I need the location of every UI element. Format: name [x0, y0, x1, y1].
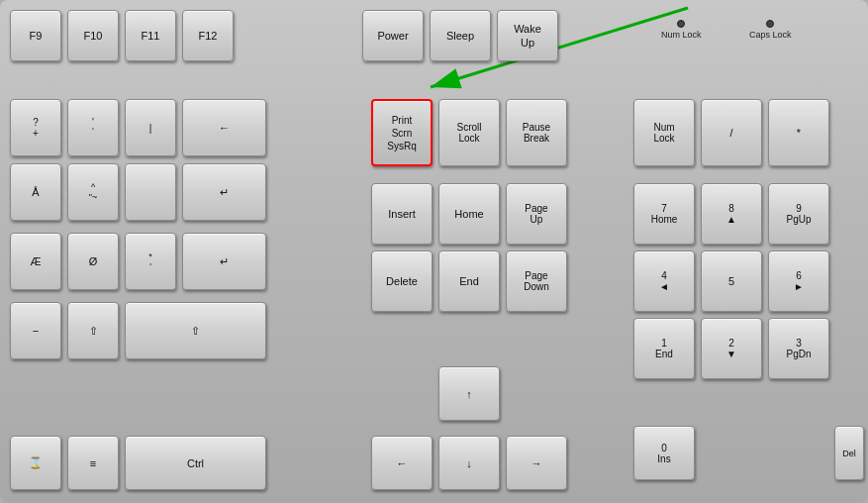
- key-enter-bottom[interactable]: ↵: [182, 233, 266, 290]
- keyboard: Num Lock Caps Lock F9 F10 F11 F12 Power …: [0, 0, 868, 503]
- key-f11[interactable]: F11: [125, 10, 176, 61]
- key-num-lock[interactable]: NumLock: [633, 99, 695, 166]
- key-shift-icon[interactable]: ⇧: [67, 302, 119, 359]
- num-lock-indicator: Num Lock: [661, 20, 702, 40]
- key-arrow-left[interactable]: ←: [371, 436, 433, 490]
- key-extra[interactable]: [125, 163, 176, 221]
- key-enter-top[interactable]: ↵: [182, 163, 266, 221]
- key-pause-break[interactable]: PauseBreak: [506, 99, 567, 166]
- caps-lock-indicator: Caps Lock: [749, 20, 792, 40]
- key-delete[interactable]: Delete: [371, 251, 433, 312]
- key-arrow-right[interactable]: →: [506, 436, 567, 490]
- key-minus[interactable]: −: [10, 302, 61, 359]
- key-num-del-partial[interactable]: Del: [834, 426, 864, 480]
- key-star[interactable]: *': [125, 233, 176, 290]
- key-num2[interactable]: 2▼: [701, 318, 762, 379]
- key-hourglass[interactable]: ⌛: [10, 436, 61, 490]
- key-question[interactable]: ?+: [10, 99, 61, 156]
- key-a-ring[interactable]: Å: [10, 163, 61, 221]
- key-pipe[interactable]: |: [125, 99, 176, 156]
- key-ctrl-left[interactable]: Ctrl: [125, 436, 266, 490]
- key-num-star[interactable]: *: [768, 99, 829, 166]
- key-num6[interactable]: 6►: [768, 251, 829, 312]
- key-num-slash[interactable]: /: [701, 99, 762, 166]
- key-home[interactable]: Home: [438, 183, 500, 245]
- key-f10[interactable]: F10: [67, 10, 119, 61]
- key-num9[interactable]: 9PgUp: [768, 183, 829, 245]
- key-insert[interactable]: Insert: [371, 183, 433, 245]
- key-shift-right[interactable]: ⇧: [125, 302, 266, 359]
- key-arrow-down[interactable]: ↓: [438, 436, 500, 490]
- key-menu[interactable]: ≡: [67, 436, 119, 490]
- key-oslash[interactable]: Ø: [67, 233, 119, 290]
- num-lock-dot: [677, 20, 685, 28]
- key-sleep[interactable]: Sleep: [430, 10, 491, 61]
- key-num8[interactable]: 8▲: [701, 183, 762, 245]
- key-print-scrn[interactable]: PrintScrnSysRq: [371, 99, 433, 166]
- key-wakeup[interactable]: Wake Up: [497, 10, 558, 61]
- caps-lock-label: Caps Lock: [749, 30, 792, 40]
- key-ae[interactable]: Æ: [10, 233, 61, 290]
- key-page-down[interactable]: PageDown: [506, 251, 567, 312]
- key-page-up[interactable]: PageUp: [506, 183, 567, 245]
- caps-lock-dot: [766, 20, 774, 28]
- key-backspace[interactable]: ←: [182, 99, 266, 156]
- key-num1[interactable]: 1End: [633, 318, 695, 379]
- key-num3[interactable]: 3PgDn: [768, 318, 829, 379]
- key-f12[interactable]: F12: [182, 10, 234, 61]
- key-num7[interactable]: 7Home: [633, 183, 695, 245]
- key-scroll-lock[interactable]: ScrollLock: [438, 99, 500, 166]
- key-caret[interactable]: ^"~: [67, 163, 119, 221]
- key-end[interactable]: End: [438, 251, 500, 312]
- key-num4[interactable]: 4◄: [633, 251, 695, 312]
- key-num5[interactable]: 5: [701, 251, 762, 312]
- key-f9[interactable]: F9: [10, 10, 61, 61]
- key-backtick[interactable]: '`: [67, 99, 119, 156]
- key-power[interactable]: Power: [362, 10, 424, 61]
- num-lock-label: Num Lock: [661, 30, 702, 40]
- key-arrow-up[interactable]: ↑: [438, 366, 500, 421]
- key-num0[interactable]: 0Ins: [633, 426, 695, 480]
